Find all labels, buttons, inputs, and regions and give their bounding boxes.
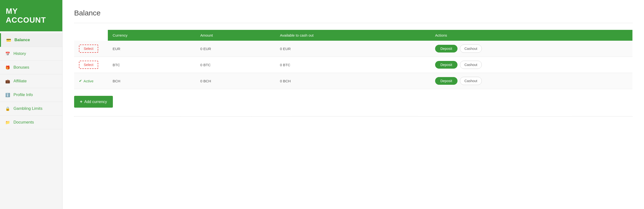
sidebar-item-label: Documents: [14, 120, 34, 125]
col-header-select: [74, 30, 108, 41]
history-icon: 📅: [5, 52, 10, 56]
table-row: Active BCH 0 BCH 0 BCH Deposit Cashout: [74, 73, 632, 89]
col-header-cashout: Available to cash out: [275, 30, 430, 41]
sidebar-item-affiliate[interactable]: 💼 Affiliate: [0, 74, 62, 88]
sidebar-item-label: Balance: [14, 38, 30, 42]
actions-cell: Deposit Cashout: [430, 73, 632, 89]
col-header-amount: Amount: [196, 30, 275, 41]
sidebar-item-label: Gambling Limits: [14, 106, 42, 111]
sidebar: MY ACCOUNT 💳 Balance 📅 History 🎁 Bonuses…: [0, 0, 62, 209]
documents-icon: 📁: [5, 120, 10, 125]
cashout-button-btc[interactable]: Cashout: [460, 61, 482, 69]
sidebar-item-label: History: [14, 51, 26, 56]
sidebar-item-label: Bonuses: [14, 65, 29, 70]
select-button-eur[interactable]: Select: [79, 44, 98, 53]
sidebar-item-bonuses[interactable]: 🎁 Bonuses: [0, 61, 62, 74]
cashout-available-cell: 0 BCH: [275, 73, 430, 89]
table-row: Select EUR 0 EUR 0 EUR Deposit Cashout: [74, 41, 632, 57]
amount-cell: 0 EUR: [196, 41, 275, 57]
currency-cell: BTC: [108, 57, 196, 73]
sidebar-header: MY ACCOUNT: [0, 0, 62, 31]
sidebar-item-balance[interactable]: 💳 Balance: [0, 33, 62, 47]
sidebar-item-profile-info[interactable]: ℹ️ Profile Info: [0, 88, 62, 102]
actions-cell: Deposit Cashout: [430, 57, 632, 73]
active-label: Active: [84, 79, 94, 83]
affiliate-icon: 💼: [5, 79, 10, 84]
currency-cell: EUR: [108, 41, 196, 57]
action-buttons: Deposit Cashout: [435, 44, 628, 53]
select-button-btc[interactable]: Select: [79, 61, 98, 69]
col-header-actions: Actions: [430, 30, 632, 41]
cashout-button-bch[interactable]: Cashout: [460, 77, 482, 85]
amount-cell: 0 BCH: [196, 73, 275, 89]
page-title: Balance: [74, 9, 632, 17]
action-buttons: Deposit Cashout: [435, 61, 628, 69]
bonuses-icon: 🎁: [5, 65, 10, 70]
action-buttons: Deposit Cashout: [435, 77, 628, 85]
add-currency-label: Add currency: [84, 100, 107, 104]
add-currency-button[interactable]: + Add currency: [74, 96, 113, 108]
main-content: Balance Currency Amount Available to cas…: [62, 0, 644, 209]
bottom-divider: [74, 116, 632, 116]
gambling-limits-icon: 🔒: [5, 106, 10, 111]
deposit-button-bch[interactable]: Deposit: [435, 77, 458, 85]
balance-icon: 💳: [6, 38, 11, 42]
active-badge-bch: Active: [79, 79, 103, 83]
row-status-cell: Select: [74, 57, 108, 73]
sidebar-nav: 💳 Balance 📅 History 🎁 Bonuses 💼 Affiliat…: [0, 33, 62, 129]
sidebar-item-history[interactable]: 📅 History: [0, 47, 62, 61]
cashout-button-eur[interactable]: Cashout: [460, 44, 482, 53]
sidebar-item-label: Affiliate: [14, 79, 27, 84]
table-body: Select EUR 0 EUR 0 EUR Deposit Cashout S…: [74, 41, 632, 89]
currency-cell: BCH: [108, 73, 196, 89]
row-status-cell: Active: [74, 73, 108, 89]
cashout-available-cell: 0 EUR: [275, 41, 430, 57]
table-header: Currency Amount Available to cash out Ac…: [74, 30, 632, 41]
balance-table: Currency Amount Available to cash out Ac…: [74, 30, 632, 89]
cashout-available-cell: 0 BTC: [275, 57, 430, 73]
col-header-currency: Currency: [108, 30, 196, 41]
table-row: Select BTC 0 BTC 0 BTC Deposit Cashout: [74, 57, 632, 73]
sidebar-item-label: Profile Info: [14, 92, 33, 97]
deposit-button-eur[interactable]: Deposit: [435, 45, 458, 52]
sidebar-item-gambling-limits[interactable]: 🔒 Gambling Limits: [0, 102, 62, 116]
amount-cell: 0 BTC: [196, 57, 275, 73]
top-divider: [74, 23, 632, 23]
row-status-cell: Select: [74, 41, 108, 57]
profile-info-icon: ℹ️: [5, 93, 10, 97]
deposit-button-btc[interactable]: Deposit: [435, 61, 458, 68]
actions-cell: Deposit Cashout: [430, 41, 632, 57]
sidebar-item-documents[interactable]: 📁 Documents: [0, 116, 62, 129]
plus-icon: +: [80, 99, 82, 104]
